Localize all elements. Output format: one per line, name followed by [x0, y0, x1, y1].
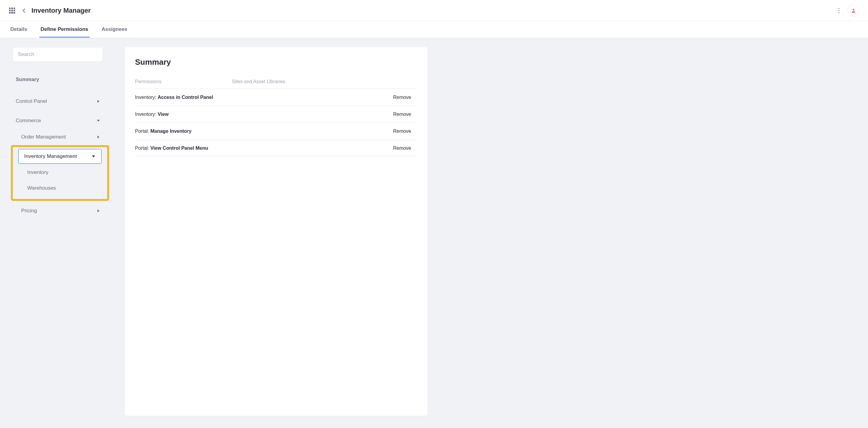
chevron-right-icon — [96, 209, 100, 213]
sidebar-item-label: Control Panel — [16, 98, 96, 104]
sidebar-item-control-panel[interactable]: Control Panel — [4, 93, 113, 109]
chevron-down-icon — [96, 119, 100, 123]
table-row: Inventory: Access in Control Panel Remov… — [135, 89, 417, 106]
sidebar-item-order-management[interactable]: Order Management — [4, 129, 113, 145]
svg-point-1 — [838, 10, 839, 11]
sidebar-item-inventory-management[interactable]: Inventory Management — [18, 149, 102, 164]
tab-details[interactable]: Details — [9, 22, 28, 38]
apps-menu-button[interactable] — [6, 4, 18, 17]
back-button[interactable] — [18, 4, 30, 17]
search-input[interactable] — [13, 47, 103, 62]
tab-define-permissions[interactable]: Define Permissions — [39, 22, 90, 38]
page-title: Inventory Manager — [31, 7, 91, 14]
sidebar-item-label: Warehouses — [27, 185, 98, 191]
tabs-bar: Details Define Permissions Assignees — [0, 21, 868, 38]
remove-button[interactable]: Remove — [393, 145, 417, 151]
sidebar-item-pricing[interactable]: Pricing — [4, 203, 113, 219]
chevron-right-icon — [96, 135, 100, 139]
chevron-right-icon — [96, 99, 100, 103]
permission-tree: Summary Control Panel Commerce Order Man… — [4, 67, 113, 219]
more-actions-button[interactable] — [833, 4, 845, 17]
table-row: Inventory: View Remove — [135, 106, 417, 123]
column-sites: Sites and Asset Libraries — [232, 79, 417, 85]
table-row: Portal: View Control Panel Menu Remove — [135, 140, 417, 157]
user-icon — [851, 8, 856, 13]
apps-grid-icon — [9, 7, 15, 13]
svg-point-3 — [852, 9, 855, 10]
column-permissions: Permissions — [135, 79, 232, 85]
remove-button[interactable]: Remove — [393, 95, 417, 100]
permission-label: Portal: View Control Panel Menu — [135, 145, 393, 151]
page-body: Summary Control Panel Commerce Order Man… — [0, 38, 868, 428]
user-avatar-button[interactable] — [847, 4, 860, 17]
sidebar-item-label: Summary — [16, 76, 100, 83]
permissions-table: Permissions Sites and Asset Libraries In… — [135, 79, 417, 157]
sidebar-item-commerce[interactable]: Commerce — [4, 112, 113, 129]
table-row: Portal: Manage Inventory Remove — [135, 123, 417, 140]
summary-panel: Summary Permissions Sites and Asset Libr… — [125, 47, 428, 416]
highlighted-group: Inventory Management Inventory Warehouse… — [11, 145, 109, 201]
table-header: Permissions Sites and Asset Libraries — [135, 79, 417, 89]
permissions-sidebar: Summary Control Panel Commerce Order Man… — [4, 47, 113, 416]
sidebar-item-label: Pricing — [21, 208, 96, 214]
remove-button[interactable]: Remove — [393, 129, 417, 134]
chevron-down-icon — [91, 154, 96, 159]
sidebar-item-label: Inventory Management — [24, 153, 91, 159]
top-bar: Inventory Manager — [0, 0, 868, 21]
panel-heading: Summary — [135, 58, 417, 67]
permission-label: Inventory: View — [135, 111, 393, 117]
sidebar-item-warehouses[interactable]: Warehouses — [13, 181, 107, 195]
sidebar-item-label: Inventory — [27, 169, 98, 175]
tab-assignees[interactable]: Assignees — [100, 22, 129, 38]
sidebar-item-summary[interactable]: Summary — [4, 71, 113, 88]
svg-point-2 — [838, 12, 839, 13]
chevron-left-icon — [22, 8, 27, 13]
remove-button[interactable]: Remove — [393, 111, 417, 117]
sidebar-item-inventory[interactable]: Inventory — [13, 164, 107, 181]
permission-label: Inventory: Access in Control Panel — [135, 95, 393, 100]
permission-label: Portal: Manage Inventory — [135, 129, 393, 134]
sidebar-item-label: Order Management — [21, 134, 96, 140]
dots-vertical-icon — [837, 7, 841, 13]
sidebar-item-label: Commerce — [16, 118, 96, 124]
svg-point-0 — [838, 8, 839, 9]
